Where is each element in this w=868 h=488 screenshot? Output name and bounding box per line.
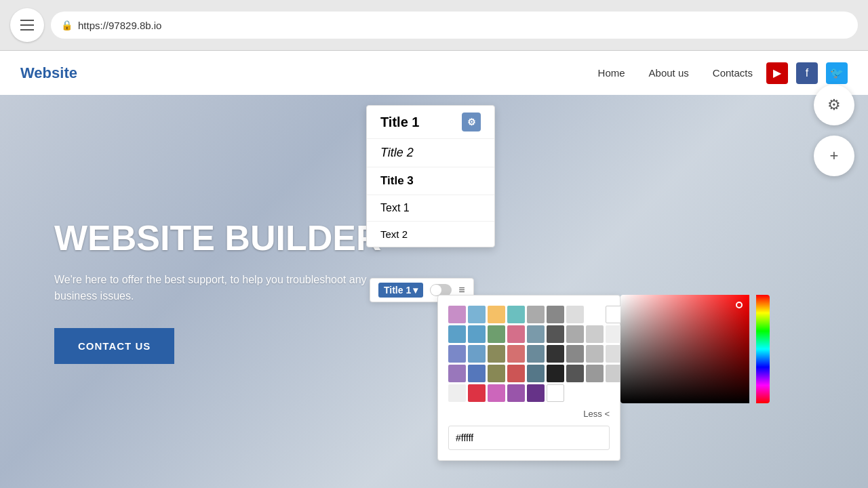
font-style-title2[interactable]: Title 2 xyxy=(367,139,494,167)
color-swatch[interactable] xyxy=(448,306,466,323)
color-swatch[interactable] xyxy=(566,325,584,343)
font-style-text1[interactable]: Text 1 xyxy=(367,195,494,222)
color-swatch[interactable] xyxy=(507,345,525,363)
current-style-button[interactable]: Title 1 ▾ xyxy=(378,283,423,298)
current-style-label: Title 1 xyxy=(384,285,411,296)
color-swatch[interactable] xyxy=(547,325,564,343)
color-swatch[interactable] xyxy=(527,345,545,363)
color-swatch[interactable] xyxy=(566,306,584,323)
color-swatch[interactable] xyxy=(448,365,466,382)
hero-title: WEBSITE BUILDER xyxy=(54,219,393,258)
color-swatch[interactable] xyxy=(586,365,604,382)
color-swatch[interactable] xyxy=(547,384,564,402)
color-swatch[interactable] xyxy=(586,325,604,343)
nav-link-about[interactable]: About us xyxy=(649,67,689,79)
gradient-color-picker[interactable] xyxy=(620,295,770,403)
settings-button[interactable]: ⚙ xyxy=(814,85,854,125)
font-style-title1[interactable]: Title 1 ⚙ xyxy=(367,106,494,139)
website-area: Website Home About us Contacts ▶ f 🐦 WEB… xyxy=(0,51,868,488)
color-swatch[interactable] xyxy=(527,325,545,343)
menu-line xyxy=(20,20,34,21)
color-swatch[interactable] xyxy=(488,384,505,402)
color-swatch[interactable] xyxy=(488,325,505,343)
nav-link-contacts[interactable]: Contacts xyxy=(713,67,753,79)
plus-icon: + xyxy=(830,147,839,165)
nav-logo: Website xyxy=(20,64,598,82)
font-style-title1-label: Title 1 xyxy=(380,115,419,130)
color-swatch[interactable] xyxy=(507,325,525,343)
nav-links: Home About us Contacts xyxy=(598,67,753,79)
color-swatch[interactable] xyxy=(448,345,466,363)
nav-link-home[interactable]: Home xyxy=(598,67,625,79)
font-style-text2[interactable]: Text 2 xyxy=(367,222,494,247)
facebook-icon[interactable]: f xyxy=(796,62,818,84)
color-swatch[interactable] xyxy=(566,365,584,382)
gradient-main-area[interactable] xyxy=(620,295,749,403)
color-swatch[interactable] xyxy=(507,306,525,323)
color-swatch[interactable] xyxy=(468,384,486,402)
color-swatch[interactable] xyxy=(527,384,545,402)
color-swatch[interactable] xyxy=(527,306,545,323)
color-swatch[interactable] xyxy=(586,306,604,323)
add-button[interactable]: + xyxy=(814,136,854,176)
contact-us-button[interactable]: CONTACT US xyxy=(54,328,174,364)
nav-social-icons: ▶ f 🐦 xyxy=(766,62,848,84)
less-button[interactable]: Less < xyxy=(448,409,610,419)
lock-icon: 🔒 xyxy=(61,20,73,30)
font-style-title3[interactable]: Title 3 xyxy=(367,167,494,195)
color-swatch[interactable] xyxy=(547,365,564,382)
font-style-title3-label: Title 3 xyxy=(380,174,414,188)
color-swatch[interactable] xyxy=(547,306,564,323)
font-style-dropdown: Title 1 ⚙ Title 2 Title 3 Text 1 Text 2 xyxy=(366,105,495,247)
youtube-icon[interactable]: ▶ xyxy=(766,62,788,84)
toggle-knob xyxy=(431,285,441,296)
color-swatch[interactable] xyxy=(448,384,466,402)
browser-menu-button[interactable] xyxy=(10,8,44,42)
menu-line xyxy=(20,29,34,30)
color-swatches-grid xyxy=(448,306,610,402)
twitter-icon[interactable]: 🐦 xyxy=(826,62,848,84)
color-swatch[interactable] xyxy=(586,345,604,363)
gear-icon: ⚙ xyxy=(827,96,841,114)
color-swatch[interactable] xyxy=(468,345,486,363)
hex-color-input[interactable] xyxy=(448,426,610,450)
color-swatch[interactable] xyxy=(468,365,486,382)
url-text: https://97829.8b.io xyxy=(78,20,161,31)
hero-subtitle: We're here to offer the best support, to… xyxy=(54,272,393,304)
color-swatch[interactable] xyxy=(507,384,525,402)
right-action-buttons: ⚙ + xyxy=(814,85,854,176)
chevron-down-icon: ▾ xyxy=(413,285,418,296)
browser-chrome: 🔒 https://97829.8b.io xyxy=(0,0,868,51)
font-style-text2-label: Text 2 xyxy=(380,228,408,240)
font-settings-gear-icon[interactable]: ⚙ xyxy=(462,113,481,131)
url-bar[interactable]: 🔒 https://97829.8b.io xyxy=(51,12,858,39)
color-swatch[interactable] xyxy=(488,365,505,382)
menu-line xyxy=(20,24,34,26)
spectrum-bar[interactable] xyxy=(756,295,770,403)
color-swatch[interactable] xyxy=(488,345,505,363)
nav-bar: Website Home About us Contacts ▶ f 🐦 xyxy=(0,51,868,95)
color-swatch[interactable] xyxy=(468,325,486,343)
color-swatch[interactable] xyxy=(527,365,545,382)
hero-content: WEBSITE BUILDER We're here to offer the … xyxy=(54,219,393,363)
color-swatch[interactable] xyxy=(547,345,564,363)
color-swatch[interactable] xyxy=(468,306,486,323)
color-swatch[interactable] xyxy=(507,365,525,382)
color-swatches-panel: Less < xyxy=(437,295,620,461)
color-swatch[interactable] xyxy=(488,306,505,323)
color-swatch[interactable] xyxy=(566,345,584,363)
color-swatch[interactable] xyxy=(448,325,466,343)
font-style-title2-label: Title 2 xyxy=(380,146,414,160)
picker-cursor xyxy=(736,302,743,308)
font-style-text1-label: Text 1 xyxy=(380,202,410,214)
